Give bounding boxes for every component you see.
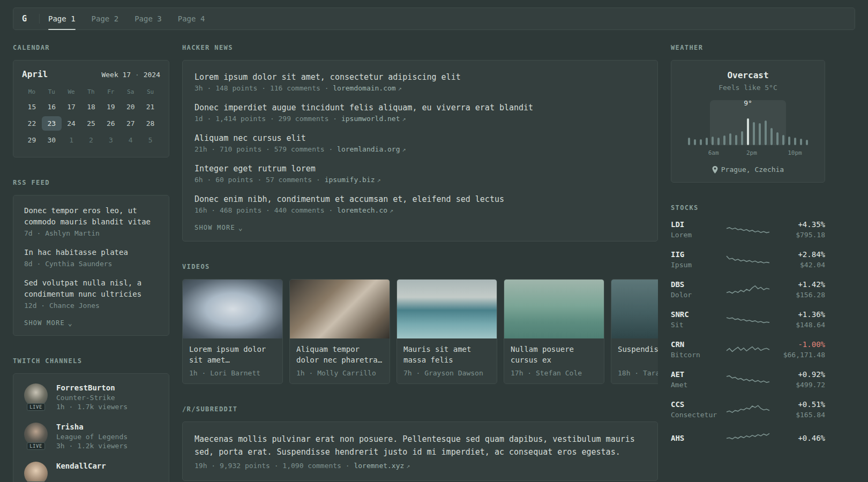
video-meta: 7h · Grayson Dawson — [403, 369, 490, 377]
twitch-channel-row[interactable]: LIVETrishaLeague of Legends3h · 1.2k vie… — [24, 423, 158, 450]
stock-row[interactable]: SNRCSit+1.36%$148.64 — [671, 310, 825, 329]
hackernews-widget: HACKER NEWS Lorem ipsum dolor sit amet, … — [182, 44, 658, 242]
external-link-icon: ↗ — [390, 207, 393, 214]
avatar: LIVE — [24, 383, 48, 407]
item-meta-text: 6h · 60 points · 57 comments · — [194, 176, 325, 184]
stock-values: -1.00%$66,171.48 — [776, 340, 825, 359]
stock-ticker[interactable]: IIG — [671, 250, 720, 259]
video-title[interactable]: Lorem ipsum dolor sit amet consectetu… — [189, 344, 276, 365]
subreddit-post-title[interactable]: Maecenas mollis pulvinar erat non posuer… — [194, 433, 646, 458]
stock-change: +0.46% — [776, 434, 825, 442]
app-logo[interactable]: G — [22, 14, 36, 24]
stock-ticker[interactable]: AHS — [671, 434, 720, 442]
rss-show-more-button[interactable]: SHOW MORE⌄ — [24, 319, 73, 327]
weather-hour-bar — [700, 139, 702, 145]
separator-dot: · — [346, 462, 350, 470]
video-card[interactable]: Lorem ipsum dolor sit amet consectetu…1h… — [182, 279, 283, 384]
rss-item-title[interactable]: Sed volutpat nulla nisl, a condimentum n… — [24, 277, 158, 300]
calendar-day: 25 — [81, 115, 101, 132]
stock-row[interactable]: AHS+0.46% — [671, 430, 825, 446]
calendar-day: 26 — [101, 115, 121, 132]
hackernews-list: Lorem ipsum dolor sit amet, consectetur … — [194, 71, 646, 214]
stock-info: DBSDolor — [671, 280, 720, 299]
stock-row[interactable]: CCSConsectetur+0.51%$165.84 — [671, 400, 825, 419]
stock-ticker[interactable]: AET — [671, 370, 720, 379]
stock-ticker[interactable]: CRN — [671, 340, 720, 349]
weather-hour-bar — [794, 138, 796, 145]
channel-name[interactable]: Trisha — [56, 423, 128, 431]
sparkline-chart — [724, 402, 772, 418]
video-thumbnail[interactable] — [290, 280, 390, 338]
stock-row[interactable]: DBSDolor+1.42%$156.28 — [671, 280, 825, 299]
subreddit-post-domain[interactable]: loremnet.xyz — [354, 462, 404, 470]
stock-ticker[interactable]: LDI — [671, 220, 720, 229]
twitch-channel-row[interactable]: LIVEForrestBurtonCounter-Strike1h · 1.7k… — [24, 383, 158, 411]
channel-info: KendallCarr — [56, 462, 106, 482]
external-link-icon: ↗ — [398, 85, 402, 92]
tab-page-1[interactable]: Page 1 — [48, 8, 76, 29]
video-card[interactable]: Nullam posuere cursus ex17h · Stefan Col… — [504, 279, 604, 384]
stock-ticker[interactable]: DBS — [671, 280, 720, 289]
hackernews-show-more-button[interactable]: SHOW MORE⌄ — [194, 224, 243, 231]
hackernews-item-domain[interactable]: ipsumworld.net — [341, 115, 400, 123]
video-title[interactable]: Nullam posuere cursus ex — [511, 344, 597, 365]
video-meta: 1h · Lori Barnett — [189, 369, 276, 377]
hackernews-item-meta: 1d · 1,414 points · 299 comments · ipsum… — [194, 115, 646, 123]
video-card[interactable]: Suspendisse diam18h · Tara — [611, 279, 658, 384]
video-thumbnail[interactable] — [611, 280, 658, 338]
twitch-card: LIVEForrestBurtonCounter-Strike1h · 1.7k… — [13, 373, 169, 482]
hackernews-item-title[interactable]: Aliquam nec cursus elit — [194, 132, 646, 144]
calendar-day: 20 — [121, 99, 140, 115]
video-title[interactable]: Mauris sit amet massa felis — [403, 344, 490, 365]
weather-hour-bar — [741, 131, 743, 145]
stock-price: $156.28 — [776, 291, 825, 299]
calendar-weekday-label: Mo — [22, 85, 42, 99]
stock-ticker[interactable]: SNRC — [671, 310, 720, 319]
twitch-channel-row[interactable]: LIVEKendallCarr — [24, 462, 158, 482]
stock-info: AHS — [671, 434, 720, 442]
rss-item-title[interactable]: Donec tempor eros leo, ut commodo mauris… — [24, 205, 158, 228]
video-thumbnail[interactable] — [183, 280, 282, 338]
subreddit-widget: /R/SUBREDDIT Maecenas mollis pulvinar er… — [182, 405, 658, 481]
stock-row[interactable]: AETAmet+0.92%$499.72 — [671, 370, 825, 389]
stock-sparkline — [720, 342, 776, 358]
stock-ticker[interactable]: CCS — [671, 400, 720, 409]
sparkline-chart — [724, 372, 772, 388]
video-thumbnail[interactable] — [397, 280, 497, 338]
hackernews-item-title[interactable]: Integer eget rutrum lorem — [194, 163, 646, 175]
hackernews-item-title[interactable]: Lorem ipsum dolor sit amet, consectetur … — [194, 71, 646, 83]
hackernews-item-domain[interactable]: loremtech.co — [337, 206, 387, 214]
channel-name[interactable]: KendallCarr — [56, 462, 106, 470]
video-title[interactable]: Aliquam tempor dolor nec pharetra… — [296, 344, 383, 365]
section-title-rss: RSS FEED — [13, 179, 169, 186]
channel-name[interactable]: ForrestBurton — [56, 383, 128, 392]
rss-item-title[interactable]: In hac habitasse platea — [24, 247, 158, 258]
tab-page-4[interactable]: Page 4 — [178, 8, 205, 29]
video-card[interactable]: Mauris sit amet massa felis7h · Grayson … — [396, 279, 497, 384]
chevron-down-icon: ⌄ — [68, 320, 73, 327]
tab-page-2[interactable]: Page 2 — [92, 8, 119, 29]
stock-info: CCSConsectetur — [671, 400, 720, 419]
stock-change: +0.92% — [776, 370, 825, 379]
stock-row[interactable]: IIGIpsum+2.84%$42.04 — [671, 250, 825, 269]
weather-hour-bar — [782, 135, 784, 145]
video-card[interactable]: Aliquam tempor dolor nec pharetra…1h · M… — [289, 279, 390, 384]
calendar-weekday-label: Sa — [121, 85, 140, 99]
tab-page-3[interactable]: Page 3 — [134, 8, 162, 29]
video-title[interactable]: Suspendisse diam — [618, 344, 658, 365]
hackernews-item-domain[interactable]: loremdomain.com — [333, 84, 395, 92]
calendar-weekday-label: Su — [140, 85, 160, 99]
hackernews-item-title[interactable]: Donec imperdiet augue tincidunt felis al… — [194, 102, 646, 114]
calendar-weekday-label: Fr — [101, 85, 121, 99]
external-link-icon: ↗ — [402, 115, 406, 123]
stock-row[interactable]: LDILorem+4.35%$795.18 — [671, 220, 825, 239]
stock-change: +2.84% — [776, 250, 825, 259]
hackernews-item-domain[interactable]: loremlandia.org — [337, 145, 400, 153]
stock-row[interactable]: CRNBitcorn-1.00%$66,171.48 — [671, 340, 825, 359]
video-thumbnail[interactable] — [504, 280, 604, 338]
hackernews-item-domain[interactable]: ipsumify.biz — [325, 176, 375, 184]
weather-location[interactable]: Prague, Czechia — [680, 165, 816, 174]
weather-hour-bar — [723, 135, 725, 145]
video-card-body: Suspendisse diam18h · Tara — [611, 338, 658, 383]
hackernews-item-title[interactable]: Donec enim nibh, condimentum et accumsan… — [194, 193, 646, 205]
